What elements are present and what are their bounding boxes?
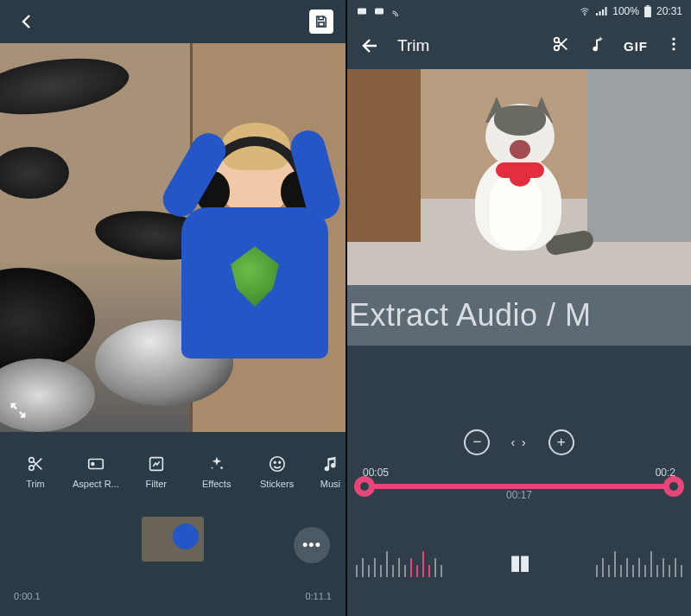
svg-rect-17 xyxy=(605,7,607,16)
page-title: Trim xyxy=(397,36,539,55)
trim-slider[interactable]: 00:05 00:2 00:17 xyxy=(347,467,691,527)
svg-point-7 xyxy=(211,467,212,469)
svg-rect-0 xyxy=(319,22,324,27)
wifi-icon xyxy=(578,6,592,16)
add-music-button[interactable] xyxy=(587,35,606,57)
cut-button[interactable] xyxy=(551,35,570,57)
scrubber: ▮▮ xyxy=(347,527,691,617)
overlay-caption: Extract Audio / M xyxy=(347,285,691,346)
svg-point-9 xyxy=(274,461,276,463)
timestamp-end: 0:11.1 xyxy=(305,591,332,601)
signal-icon xyxy=(596,6,608,16)
svg-point-13 xyxy=(585,15,586,16)
svg-rect-15 xyxy=(599,11,601,16)
overflow-menu-button[interactable] xyxy=(665,35,682,56)
zoom-out-button[interactable]: − xyxy=(464,429,490,455)
svg-point-6 xyxy=(220,467,223,469)
zoom-reset-button[interactable]: ‹ › xyxy=(510,435,527,449)
zoom-controls: − ‹ › + xyxy=(347,418,691,467)
status-bar: 100% 20:31 xyxy=(347,0,691,22)
svg-rect-14 xyxy=(596,13,598,16)
svg-point-4 xyxy=(92,463,94,466)
timeline-strip: ••• 0:00.1 0:11.1 xyxy=(0,511,346,613)
timestamp-start: 0:00.1 xyxy=(14,591,41,601)
trim-handle-end[interactable] xyxy=(663,476,684,497)
toolbar: Trim Aspect R... Filter Effects Stickers… xyxy=(0,432,346,511)
svg-point-8 xyxy=(269,457,284,472)
battery-text: 100% xyxy=(612,5,639,17)
sparkle-icon xyxy=(207,454,226,473)
video-preview[interactable] xyxy=(0,43,346,432)
tool-label: Stickers xyxy=(260,479,294,489)
svg-point-10 xyxy=(278,461,280,463)
scrub-ticks-left[interactable] xyxy=(356,548,442,577)
tool-label: Musi xyxy=(320,479,340,489)
mail-icon xyxy=(356,6,368,16)
scrub-ticks-right[interactable] xyxy=(596,548,682,577)
clock-text: 20:31 xyxy=(656,5,682,17)
header xyxy=(0,0,346,43)
svg-rect-18 xyxy=(644,7,651,17)
trim-handle-start[interactable] xyxy=(354,476,375,497)
tool-stickers[interactable]: Stickers xyxy=(247,454,307,489)
cast-icon xyxy=(390,6,403,16)
filter-icon xyxy=(147,454,166,473)
tool-effects[interactable]: Effects xyxy=(187,454,247,489)
back-button[interactable] xyxy=(356,31,385,60)
trim-duration-label: 00:17 xyxy=(506,489,532,501)
battery-icon xyxy=(643,5,652,17)
tool-trim[interactable]: Trim xyxy=(5,454,66,489)
svg-point-22 xyxy=(672,38,675,41)
clip-thumbnail[interactable] xyxy=(142,517,204,562)
editor-screen-trim: 100% 20:31 Trim GIF xyxy=(346,0,691,616)
gif-button[interactable]: GIF xyxy=(624,39,648,54)
play-badge-icon xyxy=(373,6,385,16)
overlay-text: Extract Audio / M xyxy=(349,297,592,333)
tool-music[interactable]: Musi xyxy=(307,454,340,489)
svg-rect-19 xyxy=(646,5,649,7)
svg-point-23 xyxy=(672,42,675,45)
tool-aspect[interactable]: Aspect R... xyxy=(66,454,126,489)
trim-header: Trim GIF xyxy=(347,22,691,69)
aspect-icon xyxy=(86,454,105,473)
pause-button[interactable]: ▮▮ xyxy=(510,550,529,575)
tool-label: Effects xyxy=(202,479,231,489)
video-preview[interactable] xyxy=(347,69,691,285)
tool-filter[interactable]: Filter xyxy=(126,454,187,489)
save-button[interactable] xyxy=(309,10,333,34)
more-button[interactable]: ••• xyxy=(294,527,330,563)
fullscreen-icon[interactable] xyxy=(9,401,28,423)
music-icon xyxy=(321,454,340,473)
zoom-in-button[interactable]: + xyxy=(548,429,574,455)
smile-icon xyxy=(268,454,287,473)
svg-rect-12 xyxy=(375,9,384,15)
tool-label: Aspect R... xyxy=(73,479,119,489)
tool-label: Filter xyxy=(146,479,167,489)
back-button[interactable] xyxy=(12,7,41,36)
tool-label: Trim xyxy=(26,479,45,489)
svg-point-24 xyxy=(672,48,675,50)
editor-screen-main: Trim Aspect R... Filter Effects Stickers… xyxy=(0,0,346,616)
svg-rect-16 xyxy=(602,10,604,16)
scissors-icon xyxy=(26,454,45,473)
svg-rect-11 xyxy=(358,9,366,15)
